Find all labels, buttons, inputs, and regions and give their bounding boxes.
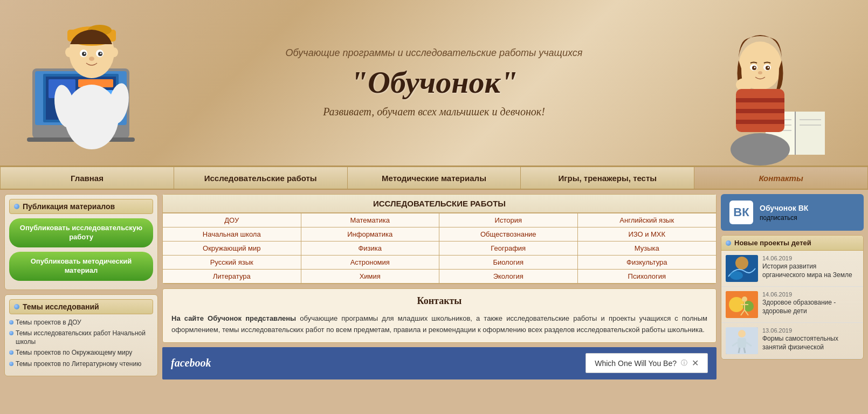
research-cell-0[interactable]: ДОУ — [163, 213, 301, 227]
svg-point-49 — [730, 271, 743, 280]
svg-point-39 — [768, 67, 769, 68]
left-sidebar: Публикация материалов Опубликовать иссле… — [4, 194, 158, 414]
news-text-2: Формы самостоятельных занятий физической — [762, 335, 859, 351]
publication-section: Публикация материалов Опубликовать иссле… — [4, 194, 158, 290]
research-grid: ДОУМатематикаИсторияАнглийский языкНачал… — [163, 213, 716, 284]
facebook-ad[interactable]: facebook Which One Will You Be? ⓘ ✕ — [162, 347, 717, 380]
themes-title: Темы исследований — [9, 299, 153, 314]
link-dot — [9, 362, 13, 366]
svg-point-18 — [89, 57, 94, 61]
header-center: Обучающие программы и исследовательские … — [286, 47, 583, 118]
news-text-0: История развития органического мира на З… — [762, 263, 859, 279]
theme-link-1[interactable]: Темы исследовательских работ Начальной ш… — [9, 329, 153, 346]
research-cell-5[interactable]: Информатика — [301, 227, 440, 242]
svg-point-16 — [84, 53, 86, 54]
ad-close-button[interactable]: ✕ — [692, 358, 699, 368]
vk-widget[interactable]: ВК Обучонок ВК подписаться — [721, 194, 864, 231]
themes-dot — [14, 304, 19, 309]
research-cell-9[interactable]: Физика — [301, 242, 440, 256]
research-cell-17[interactable]: Химия — [301, 270, 440, 284]
nav-games[interactable]: Игры, тренажеры, тесты — [521, 167, 694, 189]
news-date-0: 14.06.2019 — [762, 255, 859, 261]
svg-rect-60 — [738, 338, 746, 348]
new-projects-title: Новые проекты детей — [721, 236, 863, 251]
svg-rect-43 — [736, 98, 784, 102]
nav-methods[interactable]: Методические материалы — [348, 167, 521, 189]
new-projects-section: Новые проекты детей 14.06.2019 История р… — [721, 235, 864, 360]
fb-ad-text: facebook — [171, 357, 211, 369]
svg-line-64 — [744, 348, 745, 353]
vk-logo-icon: ВК — [729, 201, 753, 224]
news-date-1: 14.06.2019 — [762, 291, 859, 298]
research-cell-16[interactable]: Литература — [163, 270, 301, 284]
theme-link-3[interactable]: Темы проектов по Литературному чтению — [9, 360, 153, 369]
svg-line-63 — [739, 348, 740, 353]
research-cell-18[interactable]: Экология — [439, 270, 578, 284]
research-cell-12[interactable]: Русский язык — [163, 256, 301, 270]
main-nav: Главная Исследовательские работы Методич… — [0, 167, 868, 190]
svg-point-40 — [758, 71, 762, 74]
contacts-text: На сайте Обучонок представлены обучающие… — [171, 313, 707, 336]
link-dot — [9, 331, 13, 335]
header-subtitle: Обучающие программы и исследовательские … — [286, 47, 583, 59]
publish-research-button[interactable]: Опубликовать исследовательскую работу — [9, 218, 153, 247]
center-content: ИССЛЕДОВАТЕЛЬСКИЕ РАБОТЫ ДОУМатематикаИс… — [162, 194, 717, 414]
research-cell-13[interactable]: Астрономия — [301, 256, 440, 270]
vk-text-container: Обучонок ВК подписаться — [760, 203, 808, 222]
header-title: "Обучонок" — [286, 64, 583, 100]
ad-right-content: Which One Will You Be? ⓘ ✕ — [585, 353, 708, 373]
research-cell-14[interactable]: Биология — [439, 256, 578, 270]
svg-point-48 — [735, 257, 748, 270]
research-cell-6[interactable]: Обществознание — [439, 227, 578, 242]
svg-point-19 — [65, 47, 73, 57]
header-boy-character — [16, 9, 156, 165]
research-cell-10[interactable]: География — [439, 242, 578, 256]
research-cell-2[interactable]: История — [439, 213, 578, 227]
main-layout: Публикация материалов Опубликовать иссле… — [0, 190, 868, 414]
svg-point-53 — [742, 296, 747, 302]
research-cell-8[interactable]: Окружающий мир — [163, 242, 301, 256]
vk-subtitle: подписаться — [760, 214, 808, 222]
news-item-0[interactable]: 14.06.2019 История развития органическог… — [721, 251, 863, 287]
theme-link-0[interactable]: Темы проектов в ДОУ — [9, 319, 153, 327]
research-cell-3[interactable]: Английский язык — [578, 213, 717, 227]
new-projects-dot — [726, 240, 731, 246]
ad-text: Which One Will You Be? — [595, 359, 677, 368]
svg-point-59 — [738, 330, 746, 337]
research-title: ИССЛЕДОВАТЕЛЬСКИЕ РАБОТЫ — [163, 195, 716, 213]
svg-point-17 — [100, 53, 102, 54]
news-info-1: 14.06.2019 Здоровое образование - здоров… — [762, 291, 859, 318]
news-thumb-1 — [726, 291, 758, 318]
svg-rect-44 — [736, 109, 784, 113]
themes-section: Темы исследований Темы проектов в ДОУ Те… — [4, 294, 158, 376]
info-icon: ⓘ — [681, 358, 687, 368]
news-info-2: 13.06.2019 Формы самостоятельных занятий… — [762, 327, 859, 354]
svg-rect-45 — [736, 120, 784, 124]
header-girl-character — [712, 25, 836, 165]
link-dot — [9, 350, 13, 355]
research-table: ИССЛЕДОВАТЕЛЬСКИЕ РАБОТЫ ДОУМатематикаИс… — [162, 194, 717, 284]
research-cell-11[interactable]: Музыка — [578, 242, 717, 256]
contacts-text-bold: На сайте Обучонок представлены — [171, 314, 296, 322]
theme-link-2[interactable]: Темы проектов по Окружающему миру — [9, 349, 153, 357]
publication-title: Публикация материалов — [9, 199, 153, 214]
right-sidebar: ВК Обучонок ВК подписаться Новые проекты… — [721, 194, 864, 414]
nav-contacts[interactable]: Контакты — [694, 167, 868, 189]
news-item-2[interactable]: 13.06.2019 Формы самостоятельных занятий… — [721, 323, 863, 359]
research-cell-15[interactable]: Физкультура — [578, 256, 717, 270]
contacts-title: Контакты — [171, 295, 707, 307]
news-info-0: 14.06.2019 История развития органическог… — [762, 255, 859, 282]
nav-home[interactable]: Главная — [0, 167, 174, 189]
research-cell-19[interactable]: Психология — [578, 270, 717, 284]
svg-point-46 — [731, 133, 790, 165]
news-item-1[interactable]: 14.06.2019 Здоровое образование - здоров… — [721, 287, 863, 323]
svg-rect-26 — [795, 112, 825, 155]
publish-method-button[interactable]: Опубликовать методический материал — [9, 252, 153, 281]
header: Обучающие программы и исследовательские … — [0, 0, 868, 167]
svg-point-20 — [111, 47, 118, 57]
vk-title: Обучонок ВК — [760, 203, 808, 214]
nav-research[interactable]: Исследовательские работы — [174, 167, 348, 189]
research-cell-4[interactable]: Начальная школа — [163, 227, 301, 242]
research-cell-7[interactable]: ИЗО и МХК — [578, 227, 717, 242]
research-cell-1[interactable]: Математика — [301, 213, 440, 227]
